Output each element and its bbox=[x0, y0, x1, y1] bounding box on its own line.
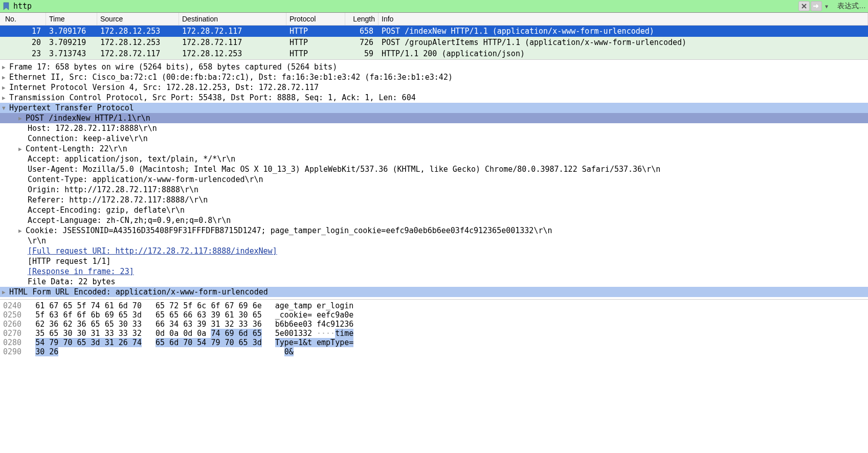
detail-text: Frame 17: 658 bytes on wire (5264 bits),… bbox=[9, 62, 337, 72]
filter-dropdown-icon[interactable]: ▼ bbox=[823, 4, 830, 9]
hex-bytes: 5f 63 6f 6f 6b 69 65 3d bbox=[35, 310, 142, 320]
hex-bytes-highlighted: 54 79 70 65 3d 31 26 74 bbox=[35, 338, 142, 347]
cell-destination: 172.28.12.253 bbox=[179, 48, 286, 59]
detail-text: Internet Protocol Version 4, Src: 172.28… bbox=[9, 83, 319, 92]
cell-source: 172.28.12.253 bbox=[97, 26, 179, 37]
hex-ascii: age_tamp er_login bbox=[275, 301, 354, 310]
hex-bytes-highlighted: 74 69 6d 65 bbox=[211, 329, 261, 338]
hex-ascii: b6b6ee03 f4c91236 bbox=[275, 320, 354, 329]
hex-bytes: 62 36 62 36 65 65 30 33 bbox=[35, 320, 142, 329]
hex-bytes: 66 34 63 39 31 32 33 36 bbox=[155, 320, 262, 329]
detail-text: Ethernet II, Src: Cisco_ba:72:c1 (00:de:… bbox=[9, 73, 453, 82]
expand-icon[interactable]: ▶ bbox=[2, 95, 9, 101]
detail-http-content-type[interactable]: Content-Type: application/x-www-form-url… bbox=[0, 174, 868, 185]
hex-bytes-highlighted: 65 6d 70 54 79 70 65 3d bbox=[155, 338, 262, 347]
cell-info: POST /groupAlertItems HTTP/1.1 (applicat… bbox=[379, 37, 868, 48]
detail-http-user-agent[interactable]: User-Agent: Mozilla/5.0 (Macintosh; Inte… bbox=[0, 164, 868, 174]
cell-no: 23 bbox=[0, 48, 46, 59]
detail-http-crlf[interactable]: \r\n bbox=[0, 236, 868, 246]
hex-ascii: _cookie= eefc9a0e bbox=[275, 310, 354, 320]
packet-details-pane: ▶Frame 17: 658 bytes on wire (5264 bits)… bbox=[0, 59, 868, 299]
col-header-no[interactable]: No. bbox=[0, 13, 46, 25]
detail-ip[interactable]: ▶Internet Protocol Version 4, Src: 172.2… bbox=[0, 82, 868, 93]
hex-bytes-highlighted: 30 26 bbox=[35, 347, 58, 356]
detail-text: Content-Length: 22\r\n bbox=[26, 144, 127, 153]
detail-http-full-uri[interactable]: [Full request URI: http://172.28.72.117:… bbox=[0, 246, 868, 256]
expand-icon[interactable]: ▶ bbox=[2, 84, 9, 91]
cell-time: 3.709219 bbox=[46, 37, 97, 48]
detail-tcp[interactable]: ▶Transmission Control Protocol, Src Port… bbox=[0, 93, 868, 103]
hex-row[interactable]: 0250 5f 63 6f 6f 6b 69 65 3d 65 65 66 63… bbox=[3, 310, 865, 320]
expression-button[interactable]: 表达式… bbox=[837, 2, 866, 11]
packet-row[interactable]: 17 3.709176 172.28.12.253 172.28.72.117 … bbox=[0, 26, 868, 37]
hex-offset: 0250 bbox=[3, 310, 21, 320]
detail-http-origin[interactable]: Origin: http://172.28.72.117:8888\r\n bbox=[0, 185, 868, 195]
detail-http-accept-language[interactable]: Accept-Language: zh-CN,zh;q=0.9,en;q=0.8… bbox=[0, 215, 868, 225]
hex-bytes: 65 72 5f 6c 6f 67 69 6e bbox=[155, 301, 262, 310]
cell-length: 726 bbox=[345, 37, 379, 48]
bookmark-icon[interactable] bbox=[2, 2, 10, 10]
col-header-time[interactable]: Time bbox=[46, 13, 97, 25]
detail-http-referer[interactable]: Referer: http://172.28.72.117:8888/\r\n bbox=[0, 195, 868, 205]
col-header-info[interactable]: Info bbox=[379, 13, 868, 25]
cell-no: 20 bbox=[0, 37, 46, 48]
detail-text: HTML Form URL Encoded: application/x-www… bbox=[9, 287, 268, 297]
hex-offset: 0290 bbox=[3, 347, 21, 356]
cell-protocol: HTTP bbox=[286, 26, 345, 37]
full-uri-link[interactable]: [Full request URI: http://172.28.72.117:… bbox=[28, 246, 277, 256]
expand-icon[interactable]: ▶ bbox=[18, 228, 26, 234]
collapse-icon[interactable]: ▼ bbox=[2, 105, 9, 111]
detail-http-connection[interactable]: Connection: keep-alive\r\n bbox=[0, 133, 868, 144]
expand-icon[interactable]: ▶ bbox=[18, 146, 26, 152]
detail-http-request-count[interactable]: [HTTP request 1/1] bbox=[0, 256, 868, 266]
col-header-destination[interactable]: Destination bbox=[179, 13, 286, 25]
hex-bytes: 61 67 65 5f 74 61 6d 70 bbox=[35, 301, 142, 310]
hex-bytes: 35 65 30 30 31 33 33 32 bbox=[35, 329, 142, 338]
hex-offset: 0270 bbox=[3, 329, 21, 338]
hex-row[interactable]: 0260 62 36 62 36 65 65 30 33 66 34 63 39… bbox=[3, 320, 865, 329]
cell-length: 59 bbox=[345, 48, 379, 59]
packet-row[interactable]: 20 3.709219 172.28.12.253 172.28.72.117 … bbox=[0, 37, 868, 48]
detail-ethernet[interactable]: ▶Ethernet II, Src: Cisco_ba:72:c1 (00:de… bbox=[0, 72, 868, 82]
hex-offset: 0240 bbox=[3, 301, 21, 310]
hex-row[interactable]: 0270 35 65 30 30 31 33 33 32 0d 0a 0d 0a… bbox=[3, 329, 865, 338]
expand-icon[interactable]: ▶ bbox=[2, 64, 9, 71]
expand-icon[interactable]: ▶ bbox=[18, 115, 26, 122]
detail-http-accept-encoding[interactable]: Accept-Encoding: gzip, deflate\r\n bbox=[0, 205, 868, 215]
detail-frame[interactable]: ▶Frame 17: 658 bytes on wire (5264 bits)… bbox=[0, 62, 868, 72]
cell-info: POST /indexNew HTTP/1.1 (application/x-w… bbox=[379, 26, 868, 37]
detail-text: Cookie: JSESSIONID=A43516D35408F9F31FFFD… bbox=[26, 226, 552, 235]
packet-row[interactable]: 23 3.713743 172.28.72.117 172.28.12.253 … bbox=[0, 48, 868, 59]
expand-icon[interactable]: ▶ bbox=[2, 289, 9, 296]
detail-http-cookie[interactable]: ▶Cookie: JSESSIONID=A43516D35408F9F31FFF… bbox=[0, 225, 868, 236]
cell-protocol: HTTP bbox=[286, 48, 345, 59]
col-header-protocol[interactable]: Protocol bbox=[286, 13, 345, 25]
hex-row[interactable]: 0240 61 67 65 5f 74 61 6d 70 65 72 5f 6c… bbox=[3, 301, 865, 310]
detail-http-host[interactable]: Host: 172.28.72.117:8888\r\n bbox=[0, 123, 868, 133]
col-header-source[interactable]: Source bbox=[97, 13, 179, 25]
col-header-length[interactable]: Length bbox=[345, 13, 379, 25]
clear-filter-button[interactable] bbox=[798, 1, 810, 11]
detail-http-accept[interactable]: Accept: application/json, text/plain, */… bbox=[0, 154, 868, 164]
hex-row[interactable]: 0280 54 79 70 65 3d 31 26 74 65 6d 70 54… bbox=[3, 338, 865, 347]
hex-ascii: 5e001332 bbox=[275, 329, 317, 338]
detail-http-response-frame[interactable]: [Response in frame: 23] bbox=[0, 266, 868, 277]
cell-time: 3.709176 bbox=[46, 26, 97, 37]
cell-info: HTTP/1.1 200 (application/json) bbox=[379, 48, 868, 59]
hex-row[interactable]: 0290 30 26 0& bbox=[3, 347, 865, 356]
detail-http-file-data[interactable]: File Data: 22 bytes bbox=[0, 277, 868, 287]
hex-ascii-highlighted: Type=1&t empType= bbox=[275, 338, 354, 347]
detail-text: Hypertext Transfer Protocol bbox=[9, 103, 134, 112]
hex-offset: 0260 bbox=[3, 320, 21, 329]
hex-pane: 0240 61 67 65 5f 74 61 6d 70 65 72 5f 6c… bbox=[0, 299, 868, 358]
response-frame-link[interactable]: [Response in frame: 23] bbox=[28, 267, 134, 276]
detail-http-request-line[interactable]: ▶POST /indexNew HTTP/1.1\r\n bbox=[0, 113, 868, 123]
detail-form-urlencoded[interactable]: ▶HTML Form URL Encoded: application/x-ww… bbox=[0, 287, 868, 297]
detail-http-content-length[interactable]: ▶Content-Length: 22\r\n bbox=[0, 144, 868, 154]
cell-destination: 172.28.72.117 bbox=[179, 26, 286, 37]
cell-no: 17 bbox=[0, 26, 46, 37]
expand-icon[interactable]: ▶ bbox=[2, 74, 9, 81]
display-filter-input[interactable] bbox=[13, 2, 798, 11]
apply-filter-button[interactable] bbox=[811, 1, 822, 11]
detail-http[interactable]: ▼Hypertext Transfer Protocol bbox=[0, 103, 868, 113]
